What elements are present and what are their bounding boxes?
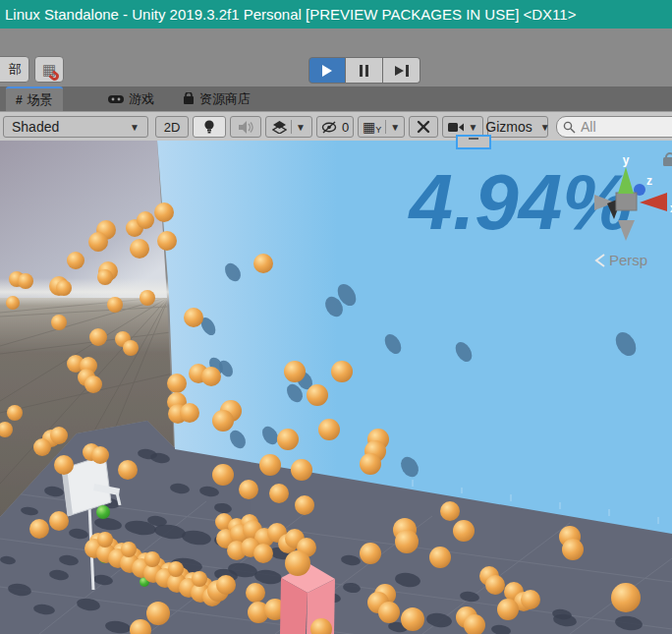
shopping-bag-icon xyxy=(183,92,195,105)
snap-grid-icon: ▦ xyxy=(42,61,56,79)
snap-toggle-button[interactable]: ▦ xyxy=(34,56,64,83)
chevron-down-icon: ▼ xyxy=(390,122,400,133)
window-title-bar: Linux Standalone - Unity 2019.3.2f1 Pers… xyxy=(0,0,672,29)
grid-axis-label: Y xyxy=(375,125,381,135)
scene-3d-viewport[interactable]: 4.94% y xyxy=(0,141,672,634)
unity-editor-window: { "title_bar": { "title": "Linux Standal… xyxy=(0,0,672,634)
effects-layers-icon xyxy=(272,121,287,134)
playmode-controls xyxy=(308,57,420,84)
view-tab-bar: # 场景 游戏 资源商店 xyxy=(0,86,672,111)
pivot-toggle-button[interactable]: 部 xyxy=(0,56,29,83)
2d-label: 2D xyxy=(164,120,181,135)
component-tools-button[interactable] xyxy=(409,116,438,138)
tab-scene-view[interactable]: # 场景 xyxy=(6,86,63,111)
grid-icon: ▦ xyxy=(363,119,375,135)
gizmos-dropdown[interactable]: Gizmos ▼ xyxy=(487,116,548,138)
toggle-2d-button[interactable]: 2D xyxy=(155,116,189,138)
play-icon xyxy=(322,65,332,77)
chevron-down-icon: ▼ xyxy=(540,122,550,133)
projection-label: Persp xyxy=(609,252,647,268)
tab-asset-store[interactable]: 资源商店 xyxy=(173,86,260,111)
gizmo-cube[interactable] xyxy=(616,193,637,210)
z-axis-label: z xyxy=(646,174,652,188)
hidden-count: 0 xyxy=(342,120,349,135)
collapsed-overlay-chip[interactable] xyxy=(456,135,491,149)
chevron-down-icon: ▼ xyxy=(130,122,140,133)
tab-game-view[interactable]: 游戏 xyxy=(98,86,164,111)
overlay-handle xyxy=(469,138,478,140)
camera-icon xyxy=(448,122,465,133)
step-button[interactable] xyxy=(383,57,420,84)
gamepad-icon xyxy=(108,94,124,104)
magnet-icon xyxy=(48,70,61,83)
play-button[interactable] xyxy=(308,57,346,84)
shading-mode-label: Shaded xyxy=(12,119,59,135)
chevron-down-icon: ▼ xyxy=(296,122,306,133)
scene-search-field[interactable] xyxy=(556,116,672,138)
scene-view-toolbar: Shaded ▼ 2D ▼ xyxy=(0,111,672,141)
grid-icon: # xyxy=(16,93,23,107)
chevron-down-icon: ▼ xyxy=(469,122,478,133)
tab-game-label: 游戏 xyxy=(129,90,154,108)
scene-lighting-button[interactable] xyxy=(193,116,226,138)
y-axis-label: y xyxy=(623,153,630,167)
step-icon xyxy=(395,65,409,77)
shading-mode-dropdown[interactable]: Shaded ▼ xyxy=(3,116,148,138)
eye-slash-icon xyxy=(321,121,338,134)
pivot-toggle-label: 部 xyxy=(9,61,22,79)
light-bulb-icon xyxy=(203,119,215,135)
hidden-objects-button[interactable]: 0 xyxy=(316,116,354,138)
pause-icon xyxy=(360,65,368,77)
speaker-icon xyxy=(239,121,253,134)
tools-icon xyxy=(417,120,430,134)
scene-audio-button[interactable] xyxy=(230,116,261,138)
main-toolbar: 部 ▦ xyxy=(0,29,672,86)
pause-button[interactable] xyxy=(346,57,383,84)
window-title: Linux Standalone - Unity 2019.3.2f1 Pers… xyxy=(5,6,576,23)
search-input[interactable] xyxy=(579,118,657,136)
tab-scene-label: 场景 xyxy=(28,91,53,109)
scene-effects-dropdown[interactable]: ▼ xyxy=(265,116,312,138)
grid-settings-dropdown[interactable]: ▦ Y ▼ xyxy=(358,116,405,138)
tab-store-label: 资源商店 xyxy=(199,90,251,108)
search-icon xyxy=(563,121,576,134)
gizmos-label: Gizmos xyxy=(485,119,532,135)
separator xyxy=(385,120,386,134)
separator xyxy=(291,120,292,134)
